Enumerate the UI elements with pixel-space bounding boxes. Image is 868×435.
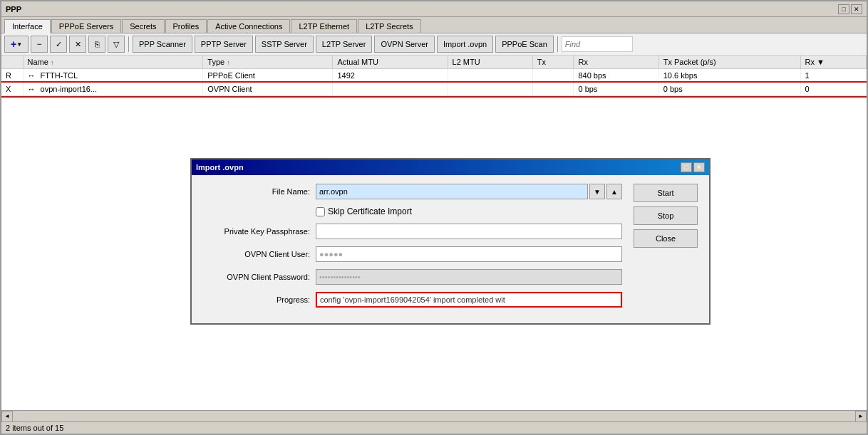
- check-button[interactable]: ✓: [50, 36, 67, 53]
- file-name-row: File Name: ▼ ▲: [203, 184, 622, 199]
- modal-action-buttons: Start Stop Close: [634, 184, 698, 315]
- stop-button[interactable]: Stop: [634, 206, 698, 225]
- row-tx: [532, 69, 574, 83]
- sstp-server-button[interactable]: SSTP Server: [255, 36, 314, 53]
- find-input[interactable]: [562, 36, 633, 52]
- ovpn-user-row: OVPN Client User:: [203, 246, 622, 262]
- row-status: X: [1, 83, 23, 96]
- horizontal-scrollbar: ◄ ►: [1, 410, 867, 421]
- status-bar: 2 items out of 15: [1, 421, 867, 434]
- tab-active-connections[interactable]: Active Connections: [207, 19, 290, 33]
- table-row[interactable]: R ↔ FTTH-TCL PPPoE Client 1492 840 bps 1…: [1, 69, 867, 83]
- interface-table: Name ↑ Type ↑ Actual MTU L2 MTU Tx Rx Tx…: [1, 56, 867, 96]
- skip-cert-label: Skip Certificate Import: [328, 206, 412, 216]
- tab-secrets[interactable]: Secrets: [122, 19, 164, 33]
- close-button[interactable]: Close: [634, 229, 698, 248]
- file-dropdown-button[interactable]: ▼: [589, 184, 605, 199]
- ovpn-user-label: OVPN Client User:: [203, 250, 310, 258]
- window-controls: □ ✕: [838, 4, 862, 14]
- remove-button[interactable]: −: [31, 36, 48, 53]
- tab-l2tp-ethernet[interactable]: L2TP Ethernet: [291, 19, 357, 33]
- modal-controls: □ ✕: [681, 162, 705, 172]
- minimize-button[interactable]: □: [838, 4, 849, 14]
- x-button[interactable]: ✕: [69, 36, 86, 53]
- status-text: 2 items out of 15: [6, 424, 63, 432]
- col-rx: Rx: [574, 56, 658, 69]
- row-name: ↔ ovpn-import16...: [23, 83, 203, 96]
- skip-cert-row: Skip Certificate Import: [316, 206, 622, 216]
- row-type: OVPN Client: [203, 83, 333, 96]
- row-rx: 0 bps: [574, 83, 658, 96]
- toolbar: + ▼ − ✓ ✕ ⎘ ▽ PPP Scanner PPTP Server SS…: [1, 33, 867, 56]
- ovpn-pass-row: OVPN Client Password:: [203, 269, 622, 285]
- col-type[interactable]: Type ↑: [203, 56, 333, 69]
- col-rx-pps: Rx ▼: [800, 56, 866, 69]
- copy-button[interactable]: ⎘: [88, 36, 105, 53]
- skip-cert-checkbox[interactable]: [316, 207, 325, 216]
- col-l2-mtu: L2 MTU: [448, 56, 532, 69]
- pppoe-scan-button[interactable]: PPPoE Scan: [495, 36, 554, 53]
- import-ovpn-button[interactable]: Import .ovpn: [437, 36, 493, 53]
- col-status: [1, 56, 23, 69]
- interface-icon: ↔: [28, 85, 36, 93]
- row-tx-pps: 10.6 kbps: [658, 69, 800, 83]
- progress-label: Progress:: [203, 295, 310, 304]
- row-actual-mtu: [333, 83, 448, 96]
- row-type: PPPoE Client: [203, 69, 333, 83]
- ppp-scanner-button[interactable]: PPP Scanner: [133, 36, 192, 53]
- start-button[interactable]: Start: [634, 184, 698, 202]
- file-name-label: File Name:: [203, 187, 310, 196]
- modal-body: File Name: ▼ ▲ Skip Certificate Import: [192, 175, 709, 323]
- row-tx-pps: 0 bps: [658, 83, 800, 96]
- file-name-input[interactable]: [316, 184, 588, 199]
- tab-l2tp-secrets[interactable]: L2TP Secrets: [358, 19, 420, 33]
- interface-icon: ↔: [28, 71, 36, 80]
- modal-title: Import .ovpn: [196, 163, 244, 172]
- l2tp-server-button[interactable]: L2TP Server: [316, 36, 373, 53]
- modal-minimize-button[interactable]: □: [681, 162, 692, 172]
- col-tx-pps: Tx Packet (p/s): [658, 56, 800, 69]
- main-window: PPP □ ✕ Interface PPPoE Servers Secrets …: [0, 0, 868, 435]
- close-button[interactable]: ✕: [851, 4, 862, 14]
- import-ovpn-modal: Import .ovpn □ ✕ File Name: ▼ ▲: [190, 158, 711, 325]
- ovpn-user-input[interactable]: [316, 246, 622, 262]
- row-status: R: [1, 69, 23, 83]
- scroll-left-button[interactable]: ◄: [1, 411, 13, 422]
- ovpn-pass-input[interactable]: [316, 269, 622, 285]
- progress-field: [316, 292, 622, 308]
- table-row[interactable]: X ↔ ovpn-import16... OVPN Client 0 bps 0…: [1, 83, 867, 96]
- private-key-input[interactable]: [316, 224, 622, 239]
- row-rx: 840 bps: [574, 69, 658, 83]
- private-key-label: Private Key Passphrase:: [203, 227, 310, 236]
- separator-2: [557, 36, 558, 52]
- tab-profiles[interactable]: Profiles: [165, 19, 207, 33]
- modal-close-button[interactable]: ✕: [693, 162, 705, 172]
- col-actual-mtu: Actual MTU: [333, 56, 448, 69]
- modal-form: File Name: ▼ ▲ Skip Certificate Import: [203, 184, 622, 315]
- table-header-row: Name ↑ Type ↑ Actual MTU L2 MTU Tx Rx Tx…: [1, 56, 867, 69]
- scroll-right-button[interactable]: ►: [855, 411, 867, 422]
- pptp-server-button[interactable]: PPTP Server: [195, 36, 253, 53]
- col-tx: Tx: [532, 56, 574, 69]
- add-button[interactable]: + ▼: [4, 36, 29, 53]
- ovpn-pass-label: OVPN Client Password:: [203, 273, 310, 281]
- modal-title-bar: Import .ovpn □ ✕: [192, 159, 709, 175]
- col-name[interactable]: Name ↑: [23, 56, 203, 69]
- ovpn-server-button[interactable]: OVPN Server: [374, 36, 435, 53]
- progress-row: Progress:: [203, 292, 622, 308]
- title-bar: PPP □ ✕: [1, 1, 867, 17]
- tab-pppoe-servers[interactable]: PPPoE Servers: [51, 19, 121, 33]
- row-l2-mtu: [448, 83, 532, 96]
- tab-interface[interactable]: Interface: [4, 19, 51, 33]
- file-browse-button[interactable]: ▲: [606, 184, 622, 199]
- separator-1: [128, 36, 129, 52]
- row-tx: [532, 83, 574, 96]
- tab-bar: Interface PPPoE Servers Secrets Profiles…: [1, 17, 867, 33]
- row-rx-pps: 0: [800, 83, 866, 96]
- private-key-row: Private Key Passphrase:: [203, 224, 622, 239]
- row-rx-pps: 1: [800, 69, 866, 83]
- row-actual-mtu: 1492: [333, 69, 448, 83]
- row-l2-mtu: [448, 69, 532, 83]
- scroll-track[interactable]: [13, 411, 855, 421]
- filter-button[interactable]: ▽: [108, 36, 125, 53]
